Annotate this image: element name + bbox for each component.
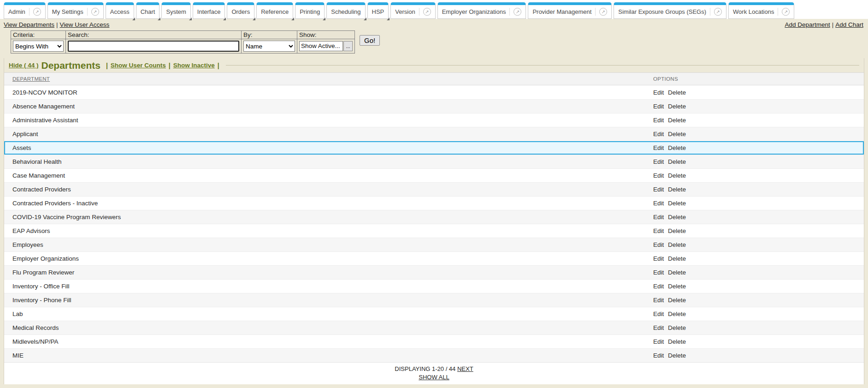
delete-link[interactable]: Delete [668,117,686,124]
delete-link[interactable]: Delete [668,241,686,248]
edit-link[interactable]: Edit [653,103,664,110]
add-department-link[interactable]: Add Department [785,21,830,28]
view-departments-link[interactable]: View Departments [4,21,54,28]
table-row[interactable]: COVID-19 Vaccine Program Reviewers Edit … [4,210,864,224]
edit-link[interactable]: Edit [653,297,664,304]
external-link-icon[interactable]: ↗ [419,8,431,16]
hide-count-link[interactable]: Hide ( 44 ) [9,62,39,69]
nav-tab[interactable]: HSP [367,2,389,19]
delete-link[interactable]: Delete [668,200,686,207]
table-row[interactable]: MIE Edit Delete [4,348,864,362]
edit-link[interactable]: Edit [653,310,664,317]
table-row[interactable]: Flu Program Reviewer Edit Delete [4,265,864,279]
delete-link[interactable]: Delete [668,283,686,290]
delete-link[interactable]: Delete [668,269,686,276]
nav-tab[interactable]: Printing [295,2,325,19]
nav-tab[interactable]: Access [106,2,134,19]
view-user-access-link[interactable]: View User Access [60,21,110,28]
edit-link[interactable]: Edit [653,89,664,96]
delete-link[interactable]: Delete [668,310,686,317]
table-row[interactable]: Lab Edit Delete [4,307,864,321]
by-select[interactable]: Name [243,41,295,52]
edit-link[interactable]: Edit [653,283,664,290]
edit-link[interactable]: Edit [653,338,664,345]
department-name: Employees [4,241,652,248]
table-row[interactable]: Inventory - Office Fill Edit Delete [4,279,864,293]
nav-tab[interactable]: Orders [227,2,254,19]
add-chart-link[interactable]: Add Chart [835,21,863,28]
external-link-icon[interactable]: ↗ [710,8,722,16]
delete-link[interactable]: Delete [668,103,686,110]
show-filter-input[interactable] [299,41,343,51]
department-column-header[interactable]: DEPARTMENT [4,76,652,82]
nav-tab[interactable]: Work Locations ↗ [728,2,794,19]
edit-link[interactable]: Edit [653,269,664,276]
edit-link[interactable]: Edit [653,352,664,359]
show-user-counts-link[interactable]: Show User Counts [111,62,166,69]
table-row[interactable]: Contracted Providers - Inactive Edit Del… [4,196,864,210]
delete-link[interactable]: Delete [668,352,686,359]
table-row[interactable]: Midlevels/NP/PA Edit Delete [4,334,864,348]
table-row[interactable]: 2019-NCOV MONITOR Edit Delete [4,85,864,99]
delete-link[interactable]: Delete [668,338,686,345]
nav-tab[interactable]: Employer Organizations ↗ [437,2,526,19]
show-filter-more-button[interactable]: ... [343,41,353,51]
nav-tab[interactable]: Reference [256,2,293,19]
table-row[interactable]: Applicant Edit Delete [4,127,864,141]
search-input[interactable] [68,41,239,52]
table-row[interactable]: Medical Records Edit Delete [4,321,864,334]
edit-link[interactable]: Edit [653,144,664,151]
table-row[interactable]: Employer Organizations Edit Delete [4,251,864,265]
nav-tab[interactable]: Similar Exposure Groups (SEGs) ↗ [614,2,726,19]
table-row[interactable]: Behavioral Health Edit Delete [4,155,864,168]
edit-link[interactable]: Edit [653,255,664,262]
nav-tab[interactable]: Admin ↗ [4,2,46,19]
edit-link[interactable]: Edit [653,324,664,331]
delete-link[interactable]: Delete [668,255,686,262]
delete-link[interactable]: Delete [668,186,686,193]
table-row[interactable]: Absence Management Edit Delete [4,99,864,113]
external-link-icon[interactable]: ↗ [595,8,607,16]
criteria-select[interactable]: Begins With [13,41,64,52]
external-link-icon[interactable]: ↗ [29,8,41,16]
delete-link[interactable]: Delete [668,89,686,96]
edit-link[interactable]: Edit [653,172,664,179]
delete-link[interactable]: Delete [668,214,686,221]
nav-tab[interactable]: Scheduling [326,2,365,19]
delete-link[interactable]: Delete [668,324,686,331]
nav-tab[interactable]: Interface [193,2,225,19]
edit-link[interactable]: Edit [653,131,664,137]
edit-link[interactable]: Edit [653,200,664,207]
edit-link[interactable]: Edit [653,186,664,193]
delete-link[interactable]: Delete [668,131,686,137]
edit-link[interactable]: Edit [653,158,664,165]
nav-tab[interactable]: My Settings ↗ [47,2,104,19]
table-row[interactable]: Case Management Edit Delete [4,168,864,182]
delete-link[interactable]: Delete [668,227,686,234]
external-link-icon[interactable]: ↗ [778,8,790,16]
delete-link[interactable]: Delete [668,297,686,304]
delete-link[interactable]: Delete [668,172,686,179]
edit-link[interactable]: Edit [653,227,664,234]
external-link-icon[interactable]: ↗ [509,8,521,16]
nav-tab[interactable]: Provider Management ↗ [528,2,612,19]
nav-tab[interactable]: System [161,2,190,19]
table-row[interactable]: Inventory - Phone Fill Edit Delete [4,293,864,307]
external-link-icon[interactable]: ↗ [87,8,99,16]
table-row[interactable]: Contracted Providers Edit Delete [4,182,864,196]
next-page-link[interactable]: NEXT [457,365,473,372]
edit-link[interactable]: Edit [653,241,664,248]
table-row[interactable]: Administrative Assistant Edit Delete [4,113,864,127]
show-inactive-link[interactable]: Show Inactive [173,62,215,69]
nav-tab[interactable]: Version ↗ [390,2,435,19]
delete-link[interactable]: Delete [668,158,686,165]
edit-link[interactable]: Edit [653,117,664,124]
show-all-link[interactable]: SHOW ALL [419,374,449,381]
table-row[interactable]: Assets Edit Delete [4,141,864,155]
go-button[interactable]: Go! [360,35,380,46]
edit-link[interactable]: Edit [653,214,664,221]
table-row[interactable]: EAP Advisors Edit Delete [4,224,864,238]
table-row[interactable]: Employees Edit Delete [4,238,864,251]
nav-tab[interactable]: Chart [136,2,160,19]
delete-link[interactable]: Delete [668,144,686,151]
